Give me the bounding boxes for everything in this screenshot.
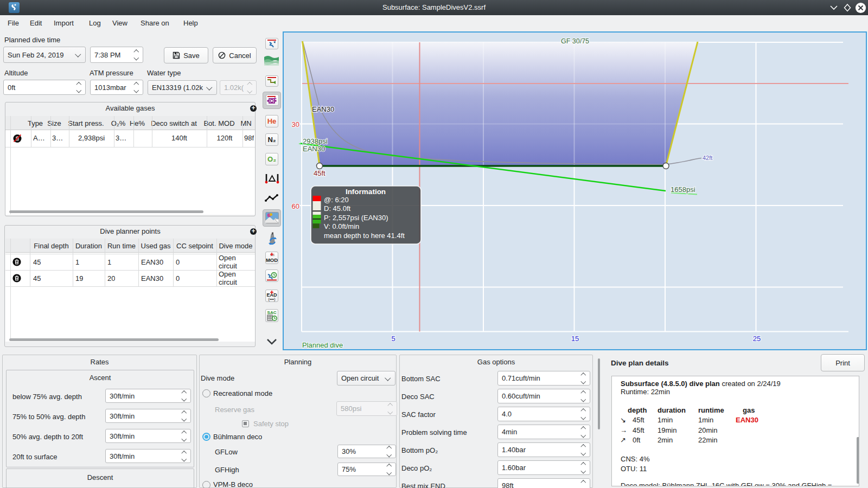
svg-text:EAN30: EAN30 — [312, 105, 334, 113]
svg-text:D: 45.0ft: D: 45.0ft — [324, 204, 351, 213]
svg-text:25: 25 — [753, 335, 761, 343]
svg-text:EAN30: EAN30 — [303, 145, 325, 153]
svg-text:V: 0.0ft/min: V: 0.0ft/min — [324, 222, 359, 230]
svg-text:42ft: 42ft — [703, 155, 712, 161]
svg-text:Information: Information — [346, 188, 386, 196]
svg-text:(•••): (•••) — [269, 297, 276, 301]
svg-text:mean depth to here 41.4ft: mean depth to here 41.4ft — [324, 232, 405, 240]
svg-text:60: 60 — [292, 202, 299, 210]
svg-text:5: 5 — [391, 335, 395, 343]
svg-text:30: 30 — [292, 120, 299, 129]
svg-text:45ft: 45ft — [314, 169, 326, 177]
svg-text:SAC: SAC — [267, 310, 277, 315]
svg-text:P: 2,557psi (EAN30): P: 2,557psi (EAN30) — [324, 214, 388, 222]
svg-text:Planned dive: Planned dive — [302, 341, 343, 349]
svg-text:2938psi: 2938psi — [303, 137, 328, 145]
svg-text:1658psi: 1658psi — [671, 185, 695, 194]
svg-text:15: 15 — [571, 335, 579, 343]
svg-text:@: 6:20: @: 6:20 — [324, 196, 349, 204]
svg-text:GF 30/75: GF 30/75 — [561, 37, 589, 45]
svg-text:MOD: MOD — [266, 257, 278, 263]
